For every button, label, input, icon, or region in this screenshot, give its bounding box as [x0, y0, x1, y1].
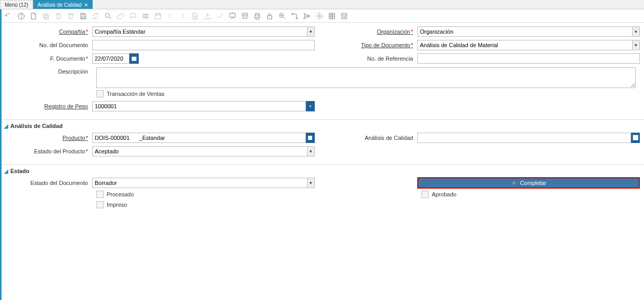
salestrx-label: Transacción de Ventas	[107, 91, 165, 97]
qa-section-header[interactable]: ◢ Análisis de Calidad	[4, 123, 640, 129]
desc-field[interactable]	[96, 67, 636, 88]
calendar-icon[interactable]	[153, 11, 163, 21]
org-field[interactable]	[417, 26, 633, 37]
check-icon[interactable]	[215, 11, 225, 21]
delete-icon[interactable]	[54, 11, 63, 21]
presentation-icon[interactable]	[228, 11, 237, 21]
delete-all-icon[interactable]	[66, 11, 76, 21]
refno-label: No. de Referencia	[329, 55, 417, 62]
company-field[interactable]	[92, 26, 308, 37]
printed-checkbox[interactable]	[96, 201, 104, 208]
docstatus-field[interactable]	[92, 178, 308, 188]
tab-quality-analysis-label: Análisis de Calidad	[38, 2, 82, 8]
status-section-title: Estado	[10, 168, 30, 174]
archive-icon[interactable]	[240, 11, 250, 21]
weightrec-label: Registro de Peso	[4, 103, 92, 109]
svg-rect-17	[633, 135, 638, 140]
doctype-label: Tipo de Documento	[329, 42, 417, 48]
qa-field[interactable]	[417, 133, 631, 143]
report-icon[interactable]	[191, 11, 200, 21]
send-icon[interactable]	[302, 11, 312, 21]
prev-icon[interactable]	[166, 11, 175, 21]
docdate-field[interactable]	[92, 53, 129, 64]
salestrx-checkbox[interactable]	[96, 90, 104, 97]
pos-icon[interactable]	[340, 11, 349, 21]
qa-label: Análisis de Calidad	[329, 135, 417, 141]
copy-icon[interactable]	[41, 11, 51, 21]
calendar-picker-icon[interactable]	[129, 53, 139, 64]
qa-lookup-icon[interactable]	[631, 133, 640, 143]
weightrec-go-icon[interactable]	[306, 101, 315, 111]
svg-point-4	[106, 13, 110, 17]
svg-rect-13	[329, 13, 335, 19]
company-label: Compañía	[4, 28, 92, 35]
svg-rect-14	[342, 13, 346, 19]
complete-button-label: Completar	[520, 180, 547, 186]
processed-label: Procesado	[107, 191, 134, 197]
close-icon[interactable]: ✕	[84, 2, 88, 8]
prodstatus-field[interactable]	[92, 146, 308, 156]
print-icon[interactable]	[253, 11, 262, 21]
tab-menu-label: Menú (12)	[5, 2, 28, 8]
back-icon[interactable]	[4, 11, 13, 21]
prodstatus-dropdown-icon[interactable]: ▾	[308, 146, 315, 156]
csv-icon[interactable]	[327, 11, 336, 21]
approved-checkbox[interactable]	[421, 191, 429, 198]
docstatus-dropdown-icon[interactable]: ▾	[308, 178, 315, 188]
lock-icon[interactable]	[265, 11, 274, 21]
list-icon[interactable]	[141, 11, 150, 21]
chat-icon[interactable]	[128, 11, 138, 21]
search-icon[interactable]	[104, 11, 113, 21]
gear-icon	[511, 180, 517, 186]
approved-label: Aprobado	[432, 191, 457, 197]
docno-label: No. del Documento	[4, 42, 92, 48]
zoom-icon[interactable]	[277, 11, 287, 21]
org-label: Organización	[329, 28, 417, 35]
tab-quality-analysis[interactable]: Análisis de Calidad ✕	[33, 0, 93, 9]
workflow-icon[interactable]	[290, 11, 299, 21]
docdate-label: F. Documento	[4, 55, 92, 62]
weightrec-field[interactable]	[92, 101, 306, 111]
svg-point-18	[513, 182, 515, 184]
qa-section-title: Análisis de Calidad	[10, 123, 63, 129]
svg-point-1	[21, 18, 22, 18]
product-lookup-icon[interactable]	[306, 133, 315, 143]
product-label: Producto	[4, 135, 92, 141]
svg-rect-16	[308, 136, 312, 140]
tab-menu[interactable]: Menú (12)	[0, 0, 33, 9]
caret-down-icon: ◢	[4, 123, 8, 129]
docstatus-label: Estado del Documento	[4, 180, 92, 186]
product-field[interactable]	[92, 133, 306, 143]
export-icon[interactable]	[203, 11, 212, 21]
svg-rect-6	[230, 13, 236, 17]
svg-point-12	[318, 15, 320, 17]
status-section-header[interactable]: ◢ Estado	[4, 168, 640, 174]
desc-label: Descripción	[4, 66, 92, 75]
svg-rect-2	[43, 13, 47, 18]
svg-rect-15	[132, 57, 137, 61]
new-icon[interactable]	[29, 11, 38, 21]
svg-rect-7	[242, 13, 248, 15]
company-dropdown-icon[interactable]: ▾	[308, 26, 315, 37]
save-icon[interactable]	[79, 11, 88, 21]
refno-field[interactable]	[417, 53, 640, 64]
org-dropdown-icon[interactable]: ▾	[633, 26, 640, 37]
doctype-field[interactable]	[417, 40, 633, 50]
docno-field[interactable]	[92, 40, 315, 50]
help-icon[interactable]	[17, 11, 26, 21]
svg-rect-3	[45, 15, 49, 19]
doctype-dropdown-icon[interactable]: ▾	[633, 40, 640, 50]
svg-rect-8	[268, 16, 272, 19]
attach-icon[interactable]	[116, 11, 125, 21]
next-icon[interactable]	[178, 11, 187, 21]
svg-rect-5	[155, 13, 161, 19]
processed-checkbox[interactable]	[96, 191, 104, 198]
caret-down-icon: ◢	[4, 168, 8, 174]
complete-button[interactable]: Completar	[417, 177, 640, 189]
gear-icon[interactable]	[315, 11, 324, 21]
prodstatus-label: Estado del Producto	[4, 148, 92, 154]
printed-label: Impreso	[107, 202, 127, 208]
refresh-icon[interactable]	[91, 11, 100, 21]
